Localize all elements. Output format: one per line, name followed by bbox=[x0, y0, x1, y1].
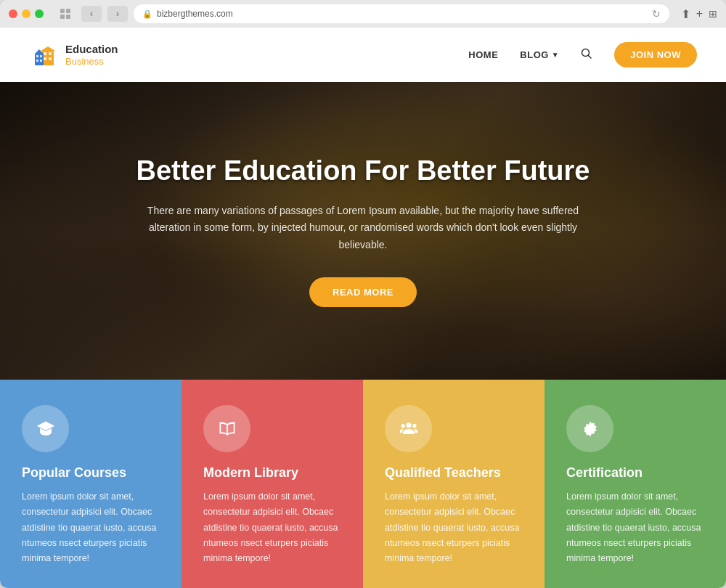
browser-controls: ‹ › bbox=[55, 6, 128, 22]
svg-point-21 bbox=[587, 426, 592, 431]
hero-content: Better Education For Better Future There… bbox=[122, 155, 605, 307]
svg-point-20 bbox=[412, 424, 416, 428]
svg-rect-13 bbox=[40, 60, 42, 62]
feature-icon-1 bbox=[203, 405, 250, 452]
feature-card: Certification Lorem ipsum dolor sit amet… bbox=[544, 380, 726, 588]
lock-icon: 🔒 bbox=[142, 9, 152, 19]
hero-section: Better Education For Better Future There… bbox=[0, 82, 726, 380]
hero-title: Better Education For Better Future bbox=[136, 155, 590, 188]
browser-titlebar: ‹ › 🔒 bizbergthemes.com ↻ ⬆ + ⊞ bbox=[0, 0, 726, 28]
back-button[interactable]: ‹ bbox=[81, 6, 102, 22]
new-tab-icon[interactable]: + bbox=[696, 7, 703, 20]
svg-rect-1 bbox=[66, 9, 70, 13]
url-text: bizbergthemes.com bbox=[157, 9, 233, 19]
chevron-down-icon: ▼ bbox=[552, 51, 559, 59]
feature-title-1: Modern Library bbox=[203, 465, 298, 481]
forward-button[interactable]: › bbox=[107, 6, 128, 22]
refresh-icon[interactable]: ↻ bbox=[652, 8, 661, 20]
feature-icon-2 bbox=[385, 405, 432, 452]
svg-rect-7 bbox=[44, 57, 46, 60]
feature-icon-0 bbox=[22, 405, 69, 452]
address-bar[interactable]: 🔒 bizbergthemes.com ↻ bbox=[134, 4, 669, 23]
feature-icon-3 bbox=[566, 405, 613, 452]
nav-icon bbox=[55, 6, 76, 22]
svg-rect-9 bbox=[35, 54, 44, 65]
svg-rect-0 bbox=[60, 9, 65, 13]
browser-actions: ⬆ + ⊞ bbox=[681, 7, 717, 21]
svg-rect-3 bbox=[66, 15, 70, 19]
logo[interactable]: Education Business bbox=[29, 41, 118, 70]
svg-point-18 bbox=[406, 422, 411, 428]
logo-text: Education Business bbox=[65, 43, 118, 68]
svg-rect-12 bbox=[36, 60, 38, 62]
site-navigation: Education Business HOME BLOG ▼ JOIN NOW bbox=[0, 28, 726, 82]
feature-card: Qualified Teachers Lorem ipsum dolor sit… bbox=[363, 380, 544, 588]
blog-dropdown[interactable]: BLOG ▼ bbox=[520, 49, 559, 60]
feature-title-2: Qualified Teachers bbox=[385, 465, 501, 481]
svg-rect-2 bbox=[60, 15, 65, 19]
svg-rect-11 bbox=[40, 55, 42, 57]
svg-rect-10 bbox=[36, 55, 38, 57]
svg-point-19 bbox=[401, 424, 404, 428]
feature-title-0: Popular Courses bbox=[22, 465, 126, 481]
join-now-button[interactable]: JOIN NOW bbox=[614, 42, 697, 68]
fullscreen-button[interactable] bbox=[35, 9, 44, 18]
home-link[interactable]: HOME bbox=[468, 49, 498, 60]
svg-line-17 bbox=[589, 55, 592, 58]
svg-rect-8 bbox=[49, 57, 52, 60]
share-icon[interactable]: ⬆ bbox=[681, 7, 690, 21]
hero-subtitle: There are many variations of passages of… bbox=[138, 203, 588, 254]
feature-title-3: Certification bbox=[566, 465, 643, 481]
read-more-button[interactable]: READ MORE bbox=[309, 277, 417, 307]
close-button[interactable] bbox=[9, 9, 17, 18]
svg-rect-5 bbox=[44, 52, 46, 55]
traffic-lights bbox=[9, 9, 44, 18]
feature-card: Popular Courses Lorem ipsum dolor sit am… bbox=[0, 380, 182, 588]
feature-text-0: Lorem ipsum dolor sit amet, consectetur … bbox=[22, 489, 160, 566]
search-button[interactable] bbox=[581, 48, 592, 62]
svg-rect-6 bbox=[49, 52, 52, 55]
feature-text-3: Lorem ipsum dolor sit amet, consectetur … bbox=[566, 489, 704, 566]
features-section: Popular Courses Lorem ipsum dolor sit am… bbox=[0, 380, 726, 588]
website-body: Education Business HOME BLOG ▼ JOIN NOW bbox=[0, 28, 726, 588]
feature-card: Modern Library Lorem ipsum dolor sit ame… bbox=[182, 380, 363, 588]
nav-links: HOME BLOG ▼ JOIN NOW bbox=[468, 42, 697, 68]
svg-marker-15 bbox=[41, 46, 55, 51]
logo-icon bbox=[29, 41, 58, 70]
minimize-button[interactable] bbox=[22, 9, 30, 18]
search-icon bbox=[581, 48, 592, 60]
grid-view-icon[interactable]: ⊞ bbox=[709, 8, 717, 20]
feature-text-1: Lorem ipsum dolor sit amet, consectetur … bbox=[203, 489, 341, 566]
browser-window: ‹ › 🔒 bizbergthemes.com ↻ ⬆ + ⊞ bbox=[0, 0, 726, 588]
feature-text-2: Lorem ipsum dolor sit amet, consectetur … bbox=[385, 489, 523, 566]
